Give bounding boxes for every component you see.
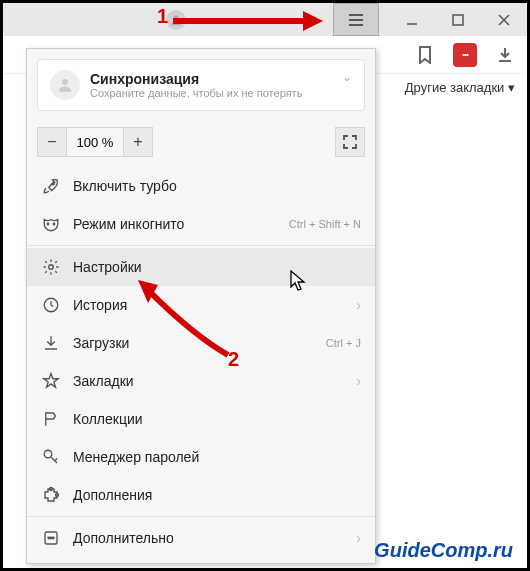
menu-item-advanced[interactable]: Дополнительно › xyxy=(27,519,375,557)
menu-item-label: Загрузки xyxy=(73,335,129,351)
chevron-right-icon: › xyxy=(356,373,361,389)
menu-shortcut: Ctrl + Shift + N xyxy=(289,218,361,230)
svg-point-8 xyxy=(62,79,68,85)
zoom-in-button[interactable]: + xyxy=(123,127,153,157)
menu-item-addons[interactable]: Дополнения xyxy=(27,476,375,514)
menu-item-label: История xyxy=(73,297,127,313)
minimize-button[interactable] xyxy=(389,3,435,36)
fullscreen-button[interactable] xyxy=(335,127,365,157)
chevron-right-icon: › xyxy=(356,297,361,313)
svg-point-14 xyxy=(44,450,52,458)
history-icon xyxy=(41,296,61,314)
sync-subtitle: Сохраните данные, чтобы их не потерять xyxy=(90,87,302,99)
lastpass-icon[interactable]: ••• xyxy=(453,43,477,67)
menu-divider xyxy=(27,245,375,246)
puzzle-icon xyxy=(41,486,61,504)
chevron-down-icon: ⌄ xyxy=(342,70,352,84)
window-titlebar xyxy=(3,3,527,36)
downloads-icon[interactable] xyxy=(493,43,517,67)
svg-point-20 xyxy=(53,537,55,539)
svg-point-11 xyxy=(53,223,55,225)
main-menu-panel: Синхронизация Сохраните данные, чтобы их… xyxy=(26,48,376,564)
zoom-level-label: 100 % xyxy=(67,127,123,157)
star-icon xyxy=(41,372,61,390)
menu-item-label: Коллекции xyxy=(73,411,143,427)
more-icon xyxy=(41,529,61,547)
menu-item-collections[interactable]: Коллекции xyxy=(27,400,375,438)
user-avatar-icon xyxy=(50,70,80,100)
menu-item-label: Режим инкогнито xyxy=(73,216,184,232)
close-button[interactable] xyxy=(481,3,527,36)
menu-item-label: Дополнения xyxy=(73,487,152,503)
profile-avatar-icon[interactable] xyxy=(166,10,186,30)
maximize-button[interactable] xyxy=(435,3,481,36)
rocket-icon xyxy=(41,177,61,195)
sync-promo-box[interactable]: Синхронизация Сохраните данные, чтобы их… xyxy=(37,59,365,111)
svg-rect-5 xyxy=(453,15,463,25)
menu-item-downloads[interactable]: Загрузки Ctrl + J xyxy=(27,324,375,362)
menu-item-incognito[interactable]: Режим инкогнито Ctrl + Shift + N xyxy=(27,205,375,243)
menu-item-settings[interactable]: Настройки xyxy=(27,248,375,286)
menu-item-label: Включить турбо xyxy=(73,178,177,194)
svg-point-10 xyxy=(47,223,49,225)
menu-item-bookmarks[interactable]: Закладки › xyxy=(27,362,375,400)
menu-item-passwords[interactable]: Менеджер паролей xyxy=(27,438,375,476)
menu-item-label: Закладки xyxy=(73,373,134,389)
flag-icon xyxy=(41,410,61,428)
chevron-right-icon: › xyxy=(356,530,361,546)
key-icon xyxy=(41,448,61,466)
mask-icon xyxy=(41,215,61,233)
menu-shortcut: Ctrl + J xyxy=(326,337,361,349)
svg-point-19 xyxy=(50,537,52,539)
gear-icon xyxy=(41,258,61,276)
menu-item-label: Менеджер паролей xyxy=(73,449,199,465)
svg-point-0 xyxy=(174,15,179,20)
download-icon xyxy=(41,334,61,352)
zoom-out-button[interactable]: − xyxy=(37,127,67,157)
menu-divider xyxy=(27,516,375,517)
menu-item-label: Дополнительно xyxy=(73,530,174,546)
watermark-text: GuideComp.ru xyxy=(374,539,513,562)
sync-title: Синхронизация xyxy=(90,71,302,87)
hamburger-menu-button[interactable] xyxy=(333,3,379,36)
menu-item-history[interactable]: История › xyxy=(27,286,375,324)
svg-point-12 xyxy=(49,265,54,270)
menu-item-turbo[interactable]: Включить турбо xyxy=(27,167,375,205)
menu-item-label: Настройки xyxy=(73,259,142,275)
other-bookmarks-button[interactable]: Другие закладки ▾ xyxy=(405,80,515,95)
zoom-controls: − 100 % + xyxy=(27,121,375,163)
bookmark-icon[interactable] xyxy=(413,43,437,67)
svg-point-18 xyxy=(48,537,50,539)
